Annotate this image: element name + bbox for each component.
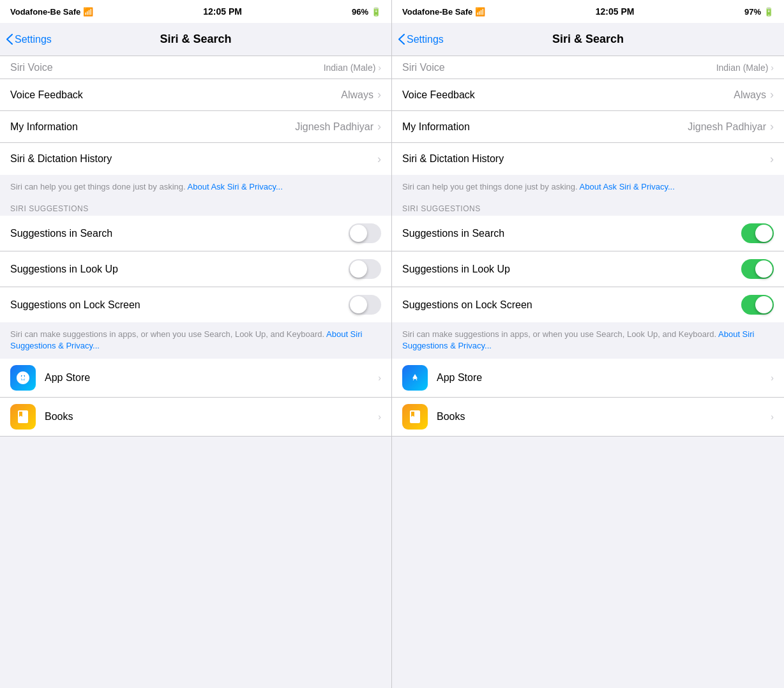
app-row-books-right[interactable]: Books ›: [392, 398, 784, 437]
toggle-row-lookup-right: Suggestions in Look Up: [392, 251, 784, 287]
toggle-label-search-right: Suggestions in Search: [402, 228, 504, 239]
toggle-row-lockscreen-left: Suggestions on Lock Screen: [0, 287, 391, 322]
setting-row-my-info-left[interactable]: My Information Jignesh Padhiyar ›: [0, 111, 391, 143]
battery-percent: 96%: [352, 7, 368, 17]
setting-label-my-info-left: My Information: [10, 121, 78, 133]
toggle-label-lookup-right: Suggestions in Look Up: [402, 264, 510, 275]
toggle-thumb-search-left: [350, 225, 367, 242]
page-title-left: Siri & Search: [160, 33, 231, 46]
toggle-label-lookup-left: Suggestions in Look Up: [10, 264, 118, 275]
wifi-icon: 📶: [83, 7, 93, 17]
app-icon-books-right: [402, 404, 428, 430]
app-row-appstore-left[interactable]: A App Store ›: [0, 359, 391, 398]
setting-label-voice-feedback-left: Voice Feedback: [10, 89, 83, 101]
battery-icon: 🔋: [371, 7, 381, 17]
app-name-appstore-left: App Store: [45, 372, 378, 384]
setting-row-dictation-left[interactable]: Siri & Dictation History ›: [0, 143, 391, 175]
nav-bar-right: Settings Siri & Search: [392, 23, 784, 56]
footer-text-2-left: Siri can make suggestions in apps, or wh…: [10, 329, 326, 339]
settings-group-left: Voice Feedback Always › My Information J…: [0, 79, 391, 175]
toggle-lockscreen-left[interactable]: [349, 295, 381, 315]
footer-text-2-right: Siri can make suggestions in apps, or wh…: [402, 329, 718, 339]
setting-label-dictation-right: Siri & Dictation History: [402, 153, 504, 165]
settings-group-right: Voice Feedback Always › My Information J…: [392, 79, 784, 175]
setting-value-dictation-left: ›: [377, 153, 381, 166]
app-chevron-books-right: ›: [771, 412, 774, 422]
svg-text:A: A: [21, 375, 26, 382]
toggle-row-lockscreen-right: Suggestions on Lock Screen: [392, 287, 784, 322]
content-left: Siri Voice Indian (Male) › Voice Feedbac…: [0, 56, 391, 688]
cropped-row-left: Siri Voice Indian (Male) ›: [0, 56, 391, 79]
chevron-icon: ›: [378, 63, 381, 73]
siri-suggestions-label-left: SIRI SUGGESTIONS: [0, 199, 391, 216]
app-icon-appstore-right: A: [402, 365, 428, 391]
nav-bar-left: Settings Siri & Search: [0, 23, 391, 56]
toggle-lookup-right[interactable]: [741, 259, 774, 279]
status-bar-left: Vodafone-Be Safe 📶 12:05 PM 96% 🔋: [0, 0, 391, 23]
app-icon-appstore-left: A: [10, 365, 36, 391]
app-name-appstore-right: App Store: [437, 372, 771, 384]
toggle-thumb-lockscreen-left: [350, 296, 367, 313]
toggle-thumb-lockscreen-right: [755, 296, 773, 313]
page-title-right: Siri & Search: [552, 33, 624, 46]
cropped-value-left: Indian (Male) ›: [324, 63, 381, 73]
footer-text-1-right: Siri can help you get things done just b…: [402, 182, 580, 191]
chevron-icon: ›: [377, 120, 381, 133]
left-panel: Vodafone-Be Safe 📶 12:05 PM 96% 🔋 Settin…: [0, 0, 392, 688]
app-row-appstore-right[interactable]: A App Store ›: [392, 359, 784, 398]
back-button-right[interactable]: Settings: [398, 34, 444, 45]
footer-note-1-left: Siri can help you get things done just b…: [0, 175, 391, 199]
chevron-icon: ›: [770, 153, 774, 166]
back-button-left[interactable]: Settings: [6, 34, 52, 45]
svg-text:A: A: [413, 375, 418, 382]
toggle-thumb-lookup-right: [755, 260, 773, 278]
toggle-lookup-left[interactable]: [349, 259, 381, 279]
setting-value-my-info-right: Jignesh Padhiyar ›: [688, 120, 774, 133]
chevron-icon: ›: [377, 88, 381, 101]
app-row-books-left[interactable]: Books ›: [0, 398, 391, 437]
chevron-icon: ›: [770, 88, 774, 101]
time-text-right: 12:05 PM: [596, 6, 635, 17]
footer-note-2-left: Siri can make suggestions in apps, or wh…: [0, 322, 391, 358]
cropped-row-right: Siri Voice Indian (Male) ›: [392, 56, 784, 79]
chevron-icon: ›: [377, 153, 381, 166]
setting-label-my-info-right: My Information: [402, 121, 470, 133]
setting-value-dictation-right: ›: [770, 153, 774, 166]
chevron-icon: ›: [770, 120, 774, 133]
about-siri-privacy-link-left[interactable]: About Ask Siri & Privacy...: [188, 182, 283, 191]
setting-value-my-info-left: Jignesh Padhiyar ›: [295, 120, 381, 133]
setting-label-voice-feedback-right: Voice Feedback: [402, 89, 475, 101]
battery-icon-right: 🔋: [764, 7, 774, 17]
cropped-value-right: Indian (Male) ›: [716, 63, 774, 73]
status-bar-right: Vodafone-Be Safe 📶 12:05 PM 97% 🔋: [392, 0, 784, 23]
app-name-books-left: Books: [45, 411, 378, 423]
setting-row-my-info-right[interactable]: My Information Jignesh Padhiyar ›: [392, 111, 784, 143]
footer-note-2-right: Siri can make suggestions in apps, or wh…: [392, 322, 784, 358]
toggle-lockscreen-right[interactable]: [741, 295, 774, 315]
toggle-row-lookup-left: Suggestions in Look Up: [0, 251, 391, 287]
setting-label-dictation-left: Siri & Dictation History: [10, 153, 112, 165]
app-icon-books-left: [10, 404, 36, 430]
carrier-text: Vodafone-Be Safe: [10, 7, 80, 17]
cropped-label-right: Siri Voice: [402, 62, 445, 73]
cropped-label-left: Siri Voice: [10, 62, 53, 73]
toggle-search-right[interactable]: [741, 223, 774, 243]
back-label-right: Settings: [407, 34, 444, 45]
status-bar-right-right: 97% 🔋: [744, 7, 774, 17]
app-list-left: A App Store › Books ›: [0, 359, 391, 437]
toggle-row-search-left: Suggestions in Search: [0, 216, 391, 251]
setting-row-voice-feedback-left[interactable]: Voice Feedback Always ›: [0, 79, 391, 111]
setting-row-voice-feedback-right[interactable]: Voice Feedback Always ›: [392, 79, 784, 111]
toggle-search-left[interactable]: [349, 223, 381, 243]
footer-note-1-right: Siri can help you get things done just b…: [392, 175, 784, 199]
toggle-row-search-right: Suggestions in Search: [392, 216, 784, 251]
setting-row-dictation-right[interactable]: Siri & Dictation History ›: [392, 143, 784, 175]
setting-value-voice-feedback-left: Always ›: [341, 88, 381, 101]
about-siri-privacy-link-right[interactable]: About Ask Siri & Privacy...: [580, 182, 675, 191]
footer-text-1-left: Siri can help you get things done just b…: [10, 182, 188, 191]
back-label-left: Settings: [15, 34, 52, 45]
toggle-group-left: Suggestions in Search Suggestions in Loo…: [0, 216, 391, 322]
status-bar-right: 96% 🔋: [352, 7, 381, 17]
app-list-right: A App Store › Books ›: [392, 359, 784, 437]
carrier-text-right: Vodafone-Be Safe: [402, 7, 472, 17]
